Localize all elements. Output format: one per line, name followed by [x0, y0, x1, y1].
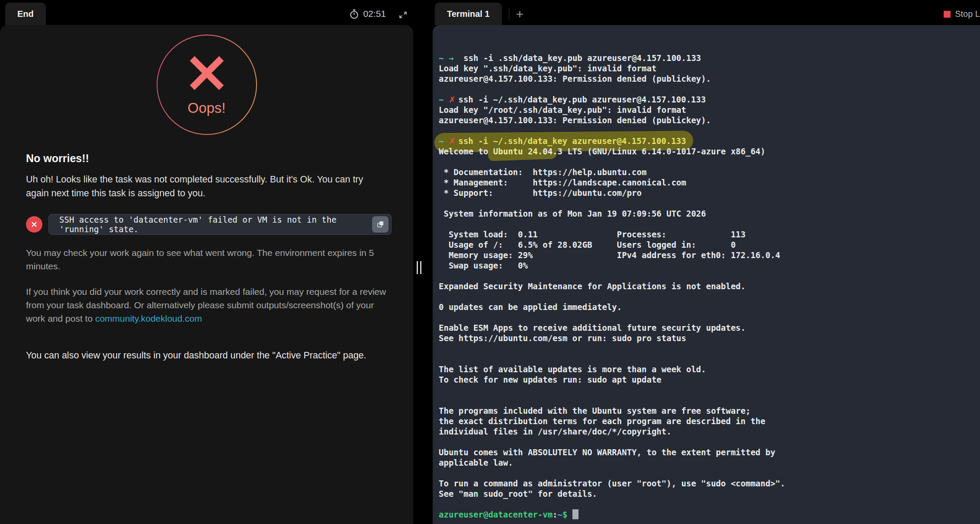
terminal-line: See https://ubuntu.com/esm or run: sudo … — [439, 333, 976, 343]
tab-terminal-1[interactable]: Terminal 1 — [435, 3, 502, 25]
terminal-line: * Documentation: https://help.ubuntu.com — [439, 167, 976, 177]
page-title: No worries!! — [26, 152, 387, 165]
terminal-line — [439, 437, 976, 447]
tab-end-label: End — [17, 9, 34, 19]
terminal-line — [439, 395, 976, 406]
terminal-line: * Management: https://landscape.canonica… — [439, 177, 976, 188]
result-panel: Oops! No worries!! Uh oh! Looks like the… — [0, 25, 413, 524]
terminal-header: Terminal 1 + Stop L — [433, 0, 980, 25]
oops-circle: Oops! — [157, 35, 257, 135]
terminal-line: System load: 0.11 Processes: 113 — [439, 229, 976, 240]
terminal-line: See "man sudo_root" for details. — [439, 489, 976, 499]
terminal-line: The list of available updates is more th… — [439, 364, 976, 374]
terminal-line: Load key "/root/.ssh/data_key.pub": inva… — [439, 105, 976, 115]
tab-end[interactable]: End — [5, 3, 46, 25]
terminal-line — [439, 84, 976, 94]
community-link[interactable]: community.kodekloud.com — [95, 313, 202, 323]
terminal-line — [439, 291, 976, 302]
timer-value: 02:51 — [363, 9, 386, 19]
terminal-line: azureuser@4.157.100.133: Permission deni… — [439, 73, 976, 84]
terminal-line: Memory usage: 29% IPv4 address for eth0:… — [439, 250, 976, 260]
error-badge — [26, 216, 42, 233]
terminal-line: Load key ".ssh/data_key.pub": invalid fo… — [439, 63, 976, 73]
review-text-body: If you think you did your work correctly… — [26, 287, 386, 323]
terminal-line: ~ ✗ ssh -i ~/.ssh/data_key azureuser@4.1… — [439, 136, 976, 146]
terminal-line — [439, 198, 976, 208]
error-message: SSH access to 'datacenter-vm' failed or … — [59, 215, 372, 234]
error-message-box: SSH access to 'datacenter-vm' failed or … — [48, 214, 392, 235]
stop-icon — [944, 11, 951, 18]
terminal-line: azureuser@4.157.100.133: Permission deni… — [439, 115, 976, 125]
terminal-line: Welcome to Ubuntu 24.04.3 LTS (GNU/Linux… — [439, 146, 976, 157]
terminal-line: * Support: https://ubuntu.com/pro — [439, 188, 976, 198]
terminal-line — [439, 468, 976, 478]
copy-button[interactable] — [372, 216, 389, 233]
terminal-lines: ~ → ssh -i .ssh/data_key.pub azureuser@4… — [439, 53, 976, 520]
terminal-output[interactable]: ~ → ssh -i .ssh/data_key.pub azureuser@4… — [433, 25, 980, 520]
terminal-line — [439, 271, 976, 281]
expand-button[interactable] — [399, 11, 407, 19]
error-row: SSH access to 'datacenter-vm' failed or … — [26, 214, 413, 235]
terminal-cursor — [572, 509, 578, 519]
terminal-line: individual files in /usr/share/doc/*/cop… — [439, 426, 976, 437]
failure-x-icon — [187, 53, 227, 93]
terminal-line: the exact distribution terms for each pr… — [439, 416, 976, 426]
pane-resize-handle[interactable] — [417, 261, 421, 274]
check-work-text: You may check your work again to see wha… — [26, 246, 387, 273]
terminal-line: ~ → ssh -i .ssh/data_key.pub azureuser@4… — [439, 53, 976, 63]
terminal-line: 0 updates can be applied immediately. — [439, 302, 976, 312]
stopwatch-icon — [350, 9, 359, 19]
session-timer: 02:51 — [350, 9, 386, 19]
terminal-line — [439, 499, 976, 509]
terminal-line — [439, 354, 976, 364]
x-icon — [30, 220, 38, 228]
terminal-line — [439, 343, 976, 354]
terminal-line: Usage of /: 6.5% of 28.02GB Users logged… — [439, 240, 976, 250]
copy-icon — [376, 220, 385, 229]
left-header: End 02:51 — [0, 0, 413, 25]
terminal-line: Ubuntu comes with ABSOLUTELY NO WARRANTY… — [439, 447, 976, 457]
terminal-line: Expanded Security Maintenance for Applic… — [439, 281, 976, 291]
terminal-line: Swap usage: 0% — [439, 260, 976, 271]
oops-label: Oops! — [187, 100, 225, 116]
stop-lab-label: Stop L — [955, 9, 980, 19]
tab-terminal-1-label: Terminal 1 — [447, 9, 490, 19]
terminal-line: To check for new updates run: sudo apt u… — [439, 374, 976, 385]
intro-text: Uh oh! Looks like the task was not compl… — [26, 173, 387, 200]
terminal-line: ~ ✗ ssh -i ~/.ssh/data_key.pub azureuser… — [439, 94, 976, 105]
expand-icon — [399, 11, 407, 19]
review-text: If you think you did your work correctly… — [26, 285, 387, 325]
terminal-line — [439, 125, 976, 136]
terminal-panel[interactable]: ~ → ssh -i .ssh/data_key.pub azureuser@4… — [433, 25, 980, 524]
tab-separator — [509, 8, 509, 19]
stop-lab-button[interactable]: Stop L — [944, 9, 980, 19]
terminal-line: To run a command as administrator (user … — [439, 478, 976, 489]
terminal-line — [439, 312, 976, 323]
terminal-line: Enable ESM Apps to receive additional fu… — [439, 323, 976, 333]
terminal-line: applicable law. — [439, 457, 976, 468]
terminal-line: azureuser@datacenter-vm:~$ — [439, 509, 976, 520]
results-text: You can also view your results in your d… — [26, 350, 387, 361]
terminal-line — [439, 157, 976, 167]
terminal-line: The programs included with the Ubuntu sy… — [439, 406, 976, 416]
new-terminal-button[interactable]: + — [516, 7, 524, 22]
terminal-line: System information as of Mon Jan 19 07:0… — [439, 208, 976, 219]
terminal-line — [439, 219, 976, 229]
terminal-line — [439, 385, 976, 395]
app-window: End 02:51 — [0, 0, 980, 524]
